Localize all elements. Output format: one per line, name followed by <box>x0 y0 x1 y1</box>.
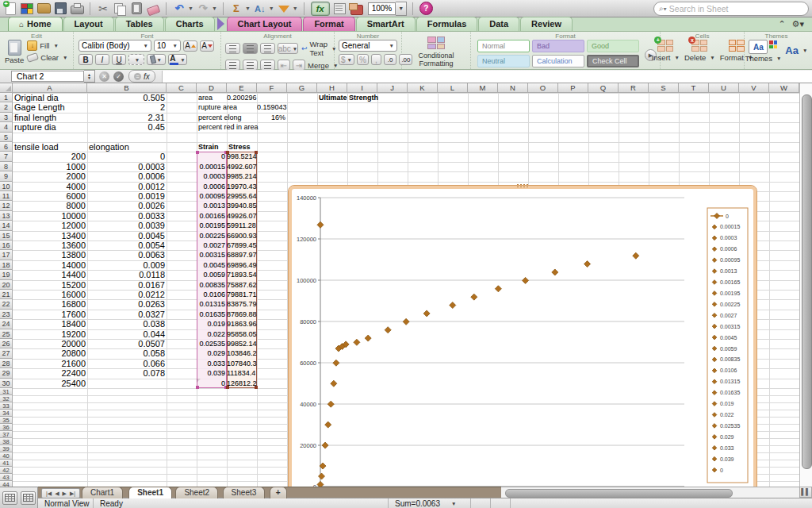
cell-A25[interactable]: 19200 <box>13 329 87 339</box>
clear-button[interactable]: Clear▼ <box>27 53 67 62</box>
fill-button[interactable]: ↓Fill▼ <box>27 40 67 51</box>
row-header-40[interactable]: 40 <box>0 452 13 460</box>
data-point-marker[interactable] <box>354 339 360 345</box>
fill-color-button[interactable]: ▼ <box>147 54 166 65</box>
cell-D9-top[interactable]: 0.0003 <box>197 171 227 181</box>
cell-E27-top[interactable]: 103846.2 <box>227 348 257 358</box>
cell-A23[interactable]: 17600 <box>13 310 87 319</box>
vertical-scrollbar-thumb[interactable] <box>802 94 812 469</box>
row-header-24[interactable]: 24 <box>0 319 13 329</box>
data-point-marker[interactable] <box>322 442 328 448</box>
filter-dropdown-arrow[interactable]: ▼ <box>293 6 298 11</box>
cell-E8-top[interactable]: 4992.607 <box>227 162 257 171</box>
cell-B4[interactable]: 0.45 <box>87 122 167 132</box>
merge-button[interactable]: Merge▼ <box>308 61 338 70</box>
align-bottom-button[interactable] <box>260 43 275 54</box>
row-header-33[interactable]: 33 <box>0 402 13 410</box>
tab-smartart[interactable]: SmartArt <box>356 17 416 31</box>
cell-E7-top[interactable]: 998.5214 <box>227 152 257 161</box>
percent-button[interactable]: % <box>357 54 369 65</box>
cell-D12-top[interactable]: 0.0013 <box>197 201 227 210</box>
cell-D27-top[interactable]: 0.029 <box>197 348 227 358</box>
row-header-14[interactable]: 14 <box>0 221 13 230</box>
cell-E6[interactable]: Stress <box>227 142 305 152</box>
column-header-M[interactable]: M <box>468 83 498 93</box>
align-middle-button[interactable] <box>243 43 258 54</box>
cell-B26[interactable]: 0.0507 <box>87 339 167 348</box>
ribbon-gear-icon[interactable]: ⚙▾ <box>792 19 804 29</box>
cell-B3[interactable]: 2.31 <box>87 113 167 122</box>
name-box-stepper[interactable]: ▲▼ <box>84 70 95 83</box>
data-point-marker[interactable] <box>317 221 324 228</box>
cell-E11-top[interactable]: 29955.64 <box>227 191 257 201</box>
print-icon[interactable] <box>70 2 84 15</box>
cell-A16[interactable]: 13600 <box>13 241 87 250</box>
column-header-C[interactable]: C <box>167 83 197 93</box>
tab-tables[interactable]: Tables <box>115 17 164 31</box>
cell-D25-top[interactable]: 0.022 <box>197 329 227 339</box>
add-sheet-tab[interactable]: + <box>270 487 287 498</box>
row-header-19[interactable]: 19 <box>0 270 13 279</box>
cell-D10-top[interactable]: 0.0006 <box>197 182 227 191</box>
tab-data[interactable]: Data <box>478 17 519 31</box>
toolbox-icon[interactable] <box>333 2 347 15</box>
row-header-30[interactable]: 30 <box>0 379 13 388</box>
cell-D16-top[interactable]: 0.0027 <box>197 241 227 250</box>
template-gallery-icon[interactable] <box>20 2 34 15</box>
cell-B13[interactable]: 0.0033 <box>87 211 167 221</box>
data-point-marker[interactable] <box>423 310 430 317</box>
row-header-22[interactable]: 22 <box>0 299 13 309</box>
sort-icon[interactable]: A↓ <box>253 2 267 15</box>
cell-B7[interactable]: 0 <box>87 152 167 161</box>
font-family-select[interactable]: Calibri (Body)▼ <box>79 40 151 52</box>
first-sheet-icon[interactable]: |◀ <box>46 491 52 497</box>
row-header-10[interactable]: 10 <box>0 182 13 191</box>
data-point-marker[interactable] <box>584 261 591 267</box>
cell-D30-top[interactable]: 0 <box>197 379 227 388</box>
column-header-P[interactable]: P <box>558 83 588 93</box>
cell-D28-top[interactable]: 0.033 <box>197 359 227 368</box>
cell-E22-top[interactable]: 83875.79 <box>227 299 257 309</box>
column-header-E[interactable]: E <box>227 83 257 93</box>
cut-icon[interactable]: ✂ <box>96 2 110 15</box>
cancel-icon[interactable]: ✕ <box>99 71 109 82</box>
name-box[interactable]: Chart 2 <box>11 71 84 82</box>
cell-E26-top[interactable]: 99852.14 <box>227 339 257 348</box>
sort-dropdown-arrow[interactable]: ▼ <box>269 6 274 11</box>
cell-B22[interactable]: 0.0263 <box>87 299 167 309</box>
ribbon-collapse-icon[interactable]: ⌃ <box>778 19 785 29</box>
cell-B19[interactable]: 0.0118 <box>87 270 167 279</box>
row-header-8[interactable]: 8 <box>0 162 13 171</box>
filter-icon[interactable] <box>277 2 291 15</box>
column-header-H[interactable]: H <box>317 83 347 93</box>
cell-A17[interactable]: 13800 <box>13 250 87 260</box>
formula-input[interactable] <box>162 71 812 83</box>
font-color-button[interactable]: A▼ <box>168 54 187 65</box>
column-header-Q[interactable]: Q <box>588 83 619 93</box>
autosum-dropdown-arrow[interactable]: ▼ <box>245 6 251 11</box>
cell-B28[interactable]: 0.066 <box>87 359 167 368</box>
row-header-31[interactable]: 31 <box>0 388 13 395</box>
cell-A14[interactable]: 12000 <box>13 221 87 230</box>
cell-A9[interactable]: 2000 <box>13 171 87 181</box>
column-header-U[interactable]: U <box>709 83 739 93</box>
cell-A12[interactable]: 8000 <box>13 201 87 210</box>
zoom-control[interactable]: 100% ▼ <box>368 2 408 16</box>
cell-B16[interactable]: 0.0054 <box>87 241 167 250</box>
cell-D21-top[interactable]: 0.0106 <box>197 290 227 299</box>
select-all-corner[interactable] <box>0 83 13 93</box>
cell-E18-top[interactable]: 69896.49 <box>227 260 257 270</box>
enter-icon[interactable]: ✓ <box>113 71 124 82</box>
borders-button[interactable]: ▼ <box>128 54 144 65</box>
horizontal-split-handle[interactable]: ▌▌ <box>799 487 812 498</box>
column-header-A[interactable]: A <box>13 83 87 93</box>
autosum-icon[interactable]: Σ <box>229 2 243 15</box>
data-point-marker[interactable] <box>403 318 409 325</box>
new-document-icon[interactable]: + <box>3 2 17 15</box>
row-header-7[interactable]: 7 <box>0 152 13 161</box>
row-header-37[interactable]: 37 <box>0 431 13 438</box>
column-header-F[interactable]: F <box>257 83 287 93</box>
row-header-2[interactable]: 2 <box>0 102 13 112</box>
row-header-32[interactable]: 32 <box>0 395 13 402</box>
cell-D19-top[interactable]: 0.0059 <box>197 270 227 279</box>
